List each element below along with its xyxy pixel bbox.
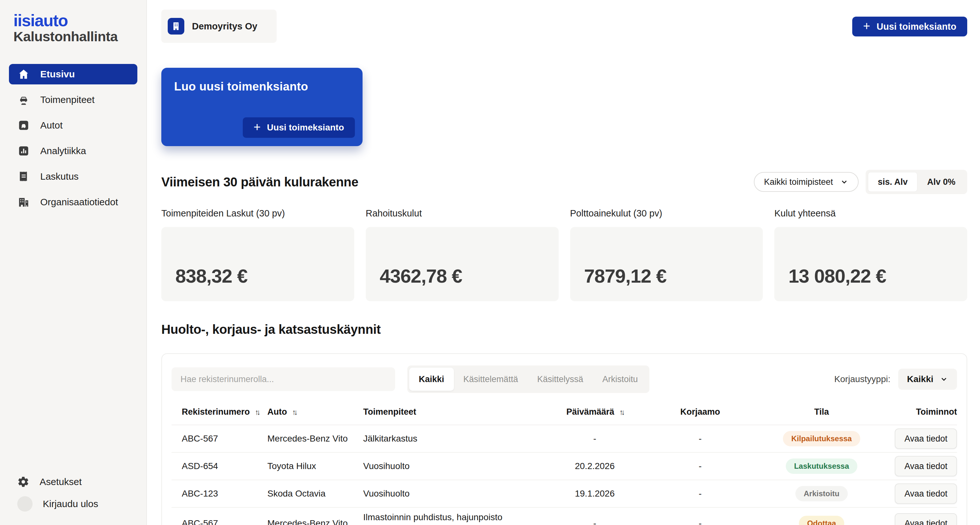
promo-title: Luo uusi toimenksianto <box>174 80 350 93</box>
col-header-auto[interactable]: Auto ↑↓ <box>267 407 363 417</box>
tab-arkistoitu[interactable]: Arkistoitu <box>593 368 648 391</box>
sidebar-item-label: Toimenpiteet <box>40 94 95 105</box>
vat-option-sis-alv[interactable]: sis. Alv <box>868 172 918 192</box>
cell-toiminnot: Avaa tiedot <box>890 513 957 525</box>
settings-button[interactable]: Asetukset <box>9 474 137 490</box>
plus-icon: + <box>863 20 870 32</box>
sidebar: iisiauto Kalustonhallinta Etusivu Toimen… <box>0 0 147 525</box>
sort-icon[interactable]: ↑↓ <box>255 408 259 416</box>
sidebar-nav: Etusivu Toimenpiteet Autot Analytiikka L… <box>9 64 137 212</box>
cell-paivamaara: 20.2.2026 <box>542 461 648 471</box>
cell-auto: Mercedes-Benz Vito <box>267 518 363 525</box>
status-badge: Kilpailutuksessa <box>783 431 860 446</box>
company-selector[interactable]: Demoyritys Oy <box>161 10 277 43</box>
tab-kasittelyssa[interactable]: Käsittelyssä <box>528 368 593 391</box>
topbar: Demoyritys Oy + Uusi toimeksianto <box>161 10 967 43</box>
col-header-paivamaara[interactable]: Päivämäärä ↑↓ <box>542 407 648 417</box>
app-logo: iisiauto Kalustonhallinta <box>13 12 137 44</box>
cell-korjaamo: - <box>648 461 753 471</box>
stat-title: Polttoainekulut (30 pv) <box>570 208 763 219</box>
building-icon <box>17 196 30 209</box>
stat-card: 838,32 € <box>161 227 354 301</box>
stat-value: 838,32 € <box>175 265 248 287</box>
status-badge: Arkistoitu <box>795 486 848 501</box>
status-badge: Laskutuksessa <box>786 458 858 474</box>
logo-app-name: Kalustonhallinta <box>13 29 137 44</box>
gear-icon <box>17 476 29 488</box>
stat-rahoituskulut: Rahoituskulut 4362,78 € <box>366 208 559 301</box>
stat-polttoainekulut: Polttoainekulut (30 pv) 7879,12 € <box>570 208 763 301</box>
sidebar-item-label: Laskutus <box>40 171 79 182</box>
cell-toimenpiteet: Vuosihuolto <box>363 461 542 471</box>
office-filter-dropdown[interactable]: Kaikki toimipisteet <box>754 172 859 192</box>
repair-type-dropdown[interactable]: Kaikki <box>898 369 957 390</box>
cell-auto: Mercedes-Benz Vito <box>267 434 363 444</box>
stat-toimenpiteiden-laskut: Toimenpiteiden Laskut (30 pv) 838,32 € <box>161 208 354 301</box>
col-header-rekisterinumero[interactable]: Rekisterinumero ↑↓ <box>172 407 267 417</box>
table-row: ABC-123 Skoda Octavia Vuosihuolto 19.1.2… <box>172 480 957 508</box>
promo-button-label: Uusi toimeksianto <box>267 123 344 133</box>
settings-label: Asetukset <box>40 476 82 487</box>
company-name: Demoyritys Oy <box>192 21 258 32</box>
status-badge: Odottaa <box>799 516 845 525</box>
stat-title: Toimenpiteiden Laskut (30 pv) <box>161 208 354 219</box>
sidebar-item-autot[interactable]: Autot <box>9 115 137 136</box>
company-building-icon <box>168 18 184 35</box>
main-content: Demoyritys Oy + Uusi toimeksianto Luo uu… <box>147 0 980 525</box>
chevron-down-icon <box>940 375 948 383</box>
stat-value: 7879,12 € <box>584 265 667 287</box>
cell-toimenpiteet: Vuosihuolto <box>363 488 542 499</box>
tab-kaikki[interactable]: Kaikki <box>409 368 454 391</box>
table-row: ABC-567 Mercedes-Benz Vito Jälkitarkastu… <box>172 425 957 453</box>
search-input[interactable] <box>172 367 395 391</box>
cell-toimenpiteet: Ilmastoinnin puhdistus, hajunpoisto Määr… <box>363 511 542 525</box>
col-header-toiminnot: Toiminnot <box>890 407 957 417</box>
sort-icon[interactable]: ↑↓ <box>619 408 623 416</box>
plus-icon: + <box>254 121 261 133</box>
table-row: ABC-567 Mercedes-Benz Vito Ilmastoinnin … <box>172 508 957 525</box>
stat-title: Kulut yhteensä <box>774 208 967 219</box>
sidebar-item-label: Analytiikka <box>40 145 86 156</box>
logout-label: Kirjaudu ulos <box>43 498 98 509</box>
sidebar-item-label: Autot <box>40 120 63 131</box>
logo-brand-text: iisiauto <box>13 12 137 29</box>
repair-type-filter: Korjaustyyppi: Kaikki <box>834 369 957 390</box>
vat-option-alv-0[interactable]: Alv 0% <box>917 172 965 192</box>
repair-type-value: Kaikki <box>907 374 934 384</box>
open-details-button[interactable]: Avaa tiedot <box>895 456 957 476</box>
costs-controls: Kaikki toimipisteet sis. Alv Alv 0% <box>754 170 967 194</box>
open-details-button[interactable]: Avaa tiedot <box>895 513 957 525</box>
col-header-korjaamo: Korjaamo <box>648 407 753 417</box>
avatar <box>17 496 33 512</box>
cell-rekisterinumero: ABC-567 <box>172 434 267 444</box>
create-assignment-card: Luo uusi toimenksianto + Uusi toimeksian… <box>161 68 363 146</box>
cell-rekisterinumero: ASD-654 <box>172 461 267 471</box>
sidebar-footer: Asetukset Kirjaudu ulos <box>9 474 137 514</box>
cell-auto: Skoda Octavia <box>267 488 363 499</box>
sort-icon[interactable]: ↑↓ <box>292 408 296 416</box>
car-lift-icon <box>17 93 30 106</box>
stat-card: 13 080,22 € <box>774 227 967 301</box>
cell-tila: Odottaa <box>753 516 890 525</box>
visits-table: Rekisterinumero ↑↓ Auto ↑↓ Toimenpiteet … <box>172 402 957 525</box>
bar-chart-icon <box>17 145 30 157</box>
tab-kasittelematta[interactable]: Käsittelemättä <box>454 368 528 391</box>
sidebar-item-laskutus[interactable]: Laskutus <box>9 166 137 187</box>
open-details-button[interactable]: Avaa tiedot <box>895 484 957 504</box>
cell-toiminnot: Avaa tiedot <box>890 484 957 504</box>
stat-title: Rahoituskulut <box>366 208 559 219</box>
sidebar-item-label: Etusivu <box>40 69 75 80</box>
repair-type-label: Korjaustyyppi: <box>834 374 891 384</box>
table-row: ASD-654 Toyota Hilux Vuosihuolto 20.2.20… <box>172 453 957 480</box>
sidebar-item-etusivu[interactable]: Etusivu <box>9 64 137 85</box>
logout-button[interactable]: Kirjaudu ulos <box>9 494 137 514</box>
cost-stat-cards: Toimenpiteiden Laskut (30 pv) 838,32 € R… <box>161 208 967 301</box>
new-assignment-button[interactable]: + Uusi toimeksianto <box>852 17 967 37</box>
cell-korjaamo: - <box>648 518 753 525</box>
sidebar-item-toimenpiteet[interactable]: Toimenpiteet <box>9 89 137 110</box>
promo-new-assignment-button[interactable]: + Uusi toimeksianto <box>243 117 355 138</box>
sidebar-item-analytiikka[interactable]: Analytiikka <box>9 141 137 161</box>
sidebar-item-organisaatiotiedot[interactable]: Organisaatiotiedot <box>9 192 137 212</box>
open-details-button[interactable]: Avaa tiedot <box>895 428 957 449</box>
visits-controls: Kaikki Käsittelemättä Käsittelyssä Arkis… <box>172 365 957 393</box>
